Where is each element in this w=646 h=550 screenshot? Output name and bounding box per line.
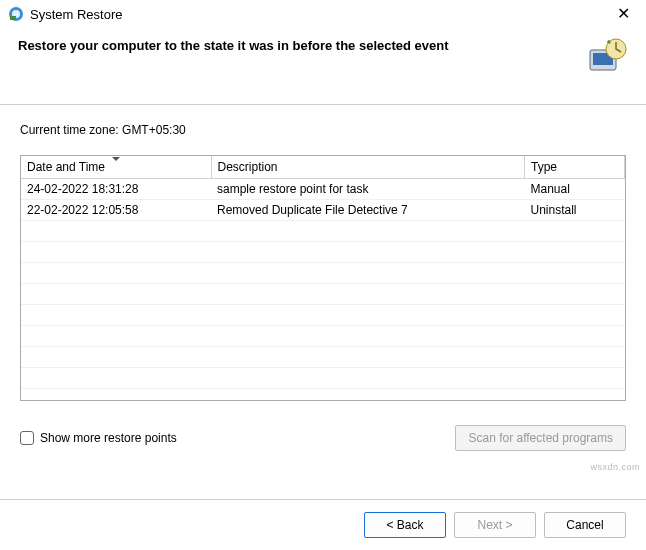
back-button[interactable]: < Back [364,512,446,538]
cell-date: 22-02-2022 12:05:58 [21,200,211,221]
restore-hero-icon [586,36,628,78]
cell-date: 24-02-2022 18:31:28 [21,179,211,200]
window-title: System Restore [30,7,122,22]
table-header-row: Date and Time Description Type [21,156,625,179]
column-description[interactable]: Description [211,156,525,179]
watermark: wsxdn.com [590,462,640,472]
table-row[interactable]: 22-02-2022 12:05:58 Removed Duplicate Fi… [21,200,625,221]
next-button[interactable]: Next > [454,512,536,538]
column-date[interactable]: Date and Time [21,156,211,179]
title-bar: System Restore ✕ [0,0,646,26]
content-area: Current time zone: GMT+05:30 Date and Ti… [0,105,646,499]
system-restore-icon [8,6,24,22]
close-button[interactable]: ✕ [609,6,638,22]
page-heading: Restore your computer to the state it wa… [18,36,586,53]
below-grid-row: Show more restore points Scan for affect… [20,425,626,451]
scan-affected-button[interactable]: Scan for affected programs [455,425,626,451]
show-more-checkbox[interactable] [20,431,34,445]
cell-desc: sample restore point for task [211,179,525,200]
column-type[interactable]: Type [525,156,625,179]
restore-points-table[interactable]: Date and Time Description Type 24-02-202… [20,155,626,401]
footer-buttons: < Back Next > Cancel [0,499,646,550]
table-row[interactable]: 24-02-2022 18:31:28 sample restore point… [21,179,625,200]
cancel-button[interactable]: Cancel [544,512,626,538]
svg-rect-2 [10,16,16,20]
cell-desc: Removed Duplicate File Detective 7 [211,200,525,221]
show-more-label[interactable]: Show more restore points [40,431,177,445]
cell-type: Uninstall [525,200,625,221]
header-area: Restore your computer to the state it wa… [0,26,646,104]
cell-type: Manual [525,179,625,200]
timezone-label: Current time zone: GMT+05:30 [20,123,626,137]
